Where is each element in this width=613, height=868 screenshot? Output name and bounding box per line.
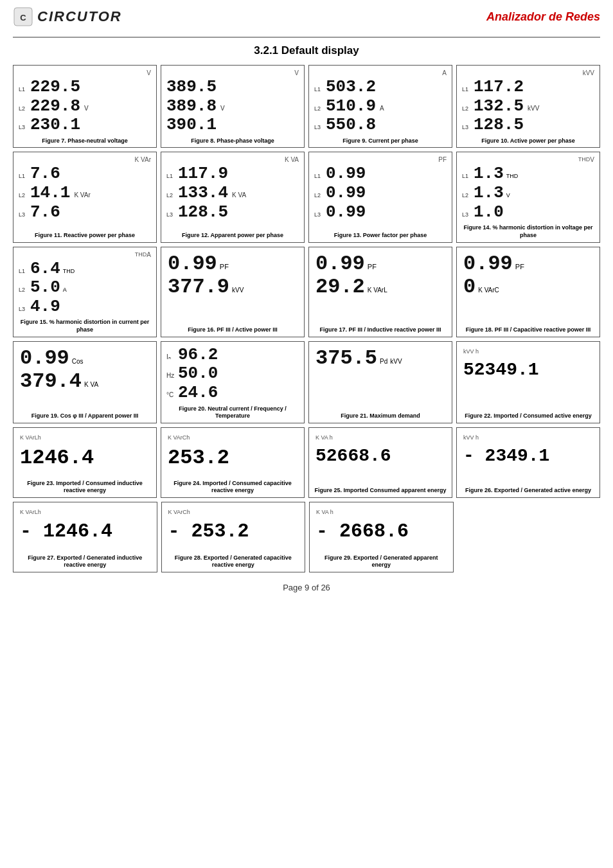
fig14-label: Figure 14. % harmonic distortion in volt… [462, 224, 594, 239]
fig13-l1-val: 0.99 [326, 164, 366, 183]
fig16-label: Figure 16. PF III / Active power III [166, 326, 299, 334]
fig9-l2-tag: L2 [314, 105, 323, 112]
fig10-l2-val: 132.5 [474, 97, 524, 116]
fig7-l3-row: L3 230.1 [19, 116, 151, 134]
figure-12-cell: K VA L1 117.9 L2 133.4 K VA L3 128.5 Fig… [161, 152, 305, 242]
fig9-unit: A [314, 69, 447, 76]
fig9-values: L1 503.2 L2 510.9 A L3 550.8 [314, 78, 447, 135]
fig12-l3-row: L3 128.5 [166, 203, 299, 222]
fig12-l2-val: 133.4 [178, 184, 228, 202]
fig28-main-val: - 253.2 [168, 520, 249, 542]
fig19-label: Figure 19. Cos φ III / Apparent power II… [19, 412, 151, 420]
fig14-l3-row: L3 1.0 [462, 203, 594, 222]
logo: C CIRCUTOR [13, 6, 122, 27]
fig23-values: K VArLh 1246.4 [19, 432, 151, 472]
fig26-main-val: - 2349.1 [463, 446, 549, 466]
fig8-l3-row: 390.1 [166, 116, 299, 134]
fig9-l1-val: 503.2 [326, 78, 376, 96]
fig20-hz-val: 50.0 [178, 364, 218, 383]
fig26-label: Figure 26. Exported / Generated active e… [462, 487, 594, 495]
fig24-values: K VArCh 253.2 [166, 432, 299, 472]
fig25-label: Figure 25. Imported Consumed apparent en… [314, 487, 447, 495]
fig20-hz-row: Hz 50.0 [166, 364, 299, 383]
figure-8-cell: V 389.5 389.8 V 390.1 Figure 8. Phase-ph… [161, 65, 305, 148]
fig20-temp-row: °C 24.6 [166, 384, 299, 402]
row-1: V L1 229.5 L2 229.8 V L3 230.1 Figure 7.… [13, 65, 600, 148]
fig27-values: K VArLh - 1246.4 [19, 506, 152, 545]
fig17-label: Figure 17. PF III / Inductive reactive p… [314, 326, 447, 334]
fig20-in-val: 96.2 [178, 346, 218, 364]
fig19-main-val: 379.4 [20, 371, 82, 392]
fig7-unit: V [19, 69, 151, 76]
figure-27-cell: K VArLh - 1246.4 Figure 27. Exported / G… [13, 502, 157, 572]
fig7-label: Figure 7. Phase-neutral voltage [19, 137, 151, 145]
page-header: C CIRCUTOR Analizador de Redes [13, 6, 600, 30]
fig10-l2-row: L2 132.5 kVV [462, 97, 594, 116]
fig9-l3-val: 550.8 [326, 116, 376, 134]
fig22-main-val: 52349.1 [463, 360, 539, 380]
fig15-l3-row: L3 4.9 [19, 297, 151, 316]
fig13-l3-row: L3 0.99 [314, 203, 447, 222]
figure-14-cell: THD V L1 1.3 THD L2 1.3 V L3 1.0 Figure … [456, 152, 600, 242]
fig10-l1-val: 117.2 [474, 78, 524, 96]
fig17-main-val: 29.2 [315, 277, 365, 297]
subtitle: Analizador de Redes [486, 10, 600, 24]
figure-17-cell: 0.99 PF 29.2 K VArL Figure 17. PF III / … [308, 247, 452, 337]
figure-11-cell: K VAr L1 7.6 L2 14.1 K VAr L3 7.6 Figure… [13, 152, 157, 242]
fig7-values: L1 229.5 L2 229.8 V L3 230.1 [19, 78, 151, 135]
fig27-main-val: - 1246.4 [20, 520, 112, 542]
figure-24-cell: K VArCh 253.2 Figure 24. Imported / Cons… [161, 427, 305, 498]
fig28-label: Figure 28. Exported / Generated capaciti… [167, 554, 300, 569]
fig29-values: K VA h - 2668.6 [315, 506, 448, 545]
fig12-l3-val: 128.5 [178, 203, 228, 222]
fig12-label: Figure 12. Apparent power per phase [166, 232, 299, 240]
fig27-label: Figure 27. Exported / Generated inductiv… [19, 554, 152, 569]
fig21-label: Figure 21. Maximum demand [314, 412, 447, 420]
fig21-main-val: 375.5 [315, 348, 377, 369]
figure-10-cell: kVV L1 117.2 L2 132.5 kVV L3 128.5 Figur… [456, 65, 600, 148]
fig10-l1-tag: L1 [462, 86, 471, 93]
row-2: K VAr L1 7.6 L2 14.1 K VAr L3 7.6 Figure… [13, 152, 600, 242]
fig18-values: 0.99 PF 0 K VArC [462, 251, 594, 300]
row-5: K VArLh 1246.4 Figure 23. Imported / Con… [13, 427, 600, 498]
fig14-l2-row: L2 1.3 V [462, 184, 594, 202]
fig7-l3-tag: L3 [19, 124, 28, 130]
fig7-l1-tag: L1 [19, 86, 28, 93]
fig11-label: Figure 11. Reactive power per phase [19, 232, 151, 240]
fig8-l2-row: 389.8 V [166, 97, 299, 116]
fig13-values: L1 0.99 L2 0.99 L3 0.99 [314, 164, 447, 229]
fig13-l2-val: 0.99 [326, 184, 366, 202]
page-footer: Page 9 of 26 [13, 583, 600, 592]
fig20-in-row: Iₙ 96.2 [166, 346, 299, 364]
figure-19-cell: 0.99 Cos 379.4 K VA Figure 19. Cos φ III… [13, 341, 157, 423]
fig9-l3-tag: L3 [314, 124, 323, 130]
fig11-l3-row: L3 7.6 [19, 203, 151, 222]
fig16-main-val: 377.9 [168, 277, 229, 297]
fig15-label: Figure 15. % harmonic distortion in curr… [19, 319, 151, 333]
fig15-l3-val: 4.9 [30, 297, 60, 316]
fig17-pf-val: 0.99 [315, 254, 365, 274]
fig7-l2-tag: L2 [19, 105, 28, 112]
fig18-label: Figure 18. PF III / Capacitive reactive … [462, 326, 594, 334]
fig8-unit: V [166, 69, 299, 76]
fig8-l3-val: 390.1 [166, 116, 217, 134]
fig20-temp-val: 24.6 [178, 384, 218, 402]
svg-text:C: C [20, 13, 26, 22]
fig10-l3-row: L3 128.5 [462, 116, 594, 134]
figure-9-cell: A L1 503.2 L2 510.9 A L3 550.8 Figure 9.… [308, 65, 452, 148]
fig11-l2-val: 14.1 [30, 184, 70, 202]
fig9-l2-val: 510.9 [326, 97, 376, 116]
fig14-l3-val: 1.0 [474, 203, 504, 222]
figure-22-cell: kVV h 52349.1 Figure 22. Imported / Cons… [456, 341, 600, 423]
figure-20-cell: Iₙ 96.2 Hz 50.0 °C 24.6 Figure 20. Neutr… [161, 341, 305, 423]
fig20-label: Figure 20. Neutral current / Frequency /… [166, 405, 299, 420]
fig8-l1-val: 389.5 [166, 78, 217, 96]
fig26-values: kVV h - 2349.1 [462, 432, 594, 468]
fig10-unit: kVV [462, 69, 594, 76]
fig8-l1-row: 389.5 [166, 78, 299, 96]
circutor-logo-icon: C [13, 6, 33, 27]
fig23-label: Figure 23. Imported / Consumed inductive… [19, 480, 151, 495]
fig11-l1-row: L1 7.6 [19, 164, 151, 183]
fig10-values: L1 117.2 L2 132.5 kVV L3 128.5 [462, 78, 594, 135]
fig9-l3-row: L3 550.8 [314, 116, 447, 134]
